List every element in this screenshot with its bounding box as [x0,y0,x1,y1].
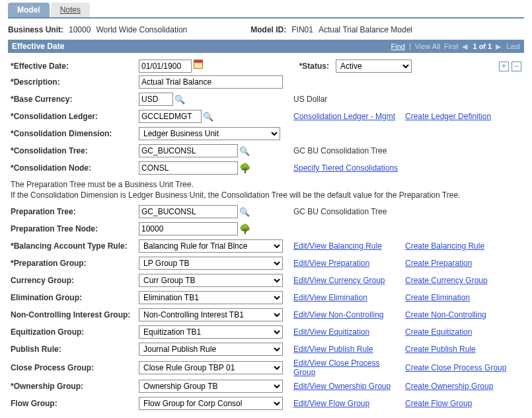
edit-close-process-link[interactable]: Edit/View Close Process Group [293,358,380,377]
edit-ownership-group-link[interactable]: Edit/View Ownership Group [293,382,391,391]
edit-elimination-link[interactable]: Edit/View Elimination [293,293,367,302]
model-id-value: FIN01 [291,25,313,34]
tab-strip: Model Notes [8,3,524,19]
prev-icon[interactable]: ◀ [462,43,469,50]
nci-group-label: Non-Controlling Interest Group: [11,310,136,319]
effective-date-label: *Effective Date: [11,62,136,71]
effective-date-input[interactable] [139,60,192,73]
create-nci-link[interactable]: Create Non-Controlling [405,310,486,319]
create-equitization-link[interactable]: Create Equitization [405,327,472,337]
ownership-group-select[interactable]: Ownership Group TB [139,380,283,393]
publish-rule-label: Publish Rule: [11,345,136,354]
balancing-rule-select[interactable]: Balancing Rule for Trial Blnce [139,239,283,253]
preparation-tree-desc: GC BU Consolidation Tree [293,207,402,216]
preparation-tree-input[interactable] [139,205,238,218]
model-desc: Actual Trial Balance Model [319,25,412,34]
create-preparation-link[interactable]: Create Preparation [405,259,472,268]
calendar-icon[interactable] [194,60,203,69]
last-link: Last [506,42,520,50]
close-process-group-select[interactable]: Close Rule Group TBP 01 [139,361,283,374]
lookup-icon[interactable]: 🔍 [174,95,185,104]
lookup-icon[interactable]: 🔍 [239,146,250,156]
edit-equitization-link[interactable]: Edit/View Equitization [293,327,369,337]
consolidation-ledger-label: *Consolidation Ledger: [11,112,136,121]
create-ledger-link[interactable]: Create Ledger Definition [405,112,491,121]
create-ownership-group-link[interactable]: Create Ownership Group [405,382,493,391]
nci-group-select[interactable]: Non-Controlling Interest TB1 [139,308,283,321]
next-icon[interactable]: ▶ [496,43,502,50]
equitization-group-label: Equitization Group: [11,327,136,337]
preparation-group-label: *Preparation Group: [11,259,136,268]
find-link[interactable]: Find [391,42,404,50]
header-row: Business Unit: 10000 World Wide Consolid… [8,25,524,34]
description-input[interactable] [139,75,283,89]
base-currency-input[interactable] [139,93,173,106]
flow-group-label: Flow Group: [11,399,136,408]
preparation-group-select[interactable]: LP Group TB [139,257,283,270]
description-label: *Description: [11,77,136,87]
first-link: First [444,42,458,50]
create-publish-rule-link[interactable]: Create Publish Rule [405,345,476,354]
tab-model[interactable]: Model [8,3,50,17]
edit-nci-link[interactable]: Edit/View Non-Controlling [293,310,384,319]
tree-icon[interactable]: 🌳 [239,163,250,173]
edit-preparation-link[interactable]: Edit/View Preparation [293,259,369,268]
lookup-icon[interactable]: 🔍 [239,207,250,217]
elimination-group-label: Elimination Group: [11,293,136,302]
base-currency-label: *Base Currency: [11,95,136,104]
preparation-tree-node-input[interactable] [139,222,238,235]
section-title: Effective Date [12,42,64,51]
tab-notes[interactable]: Notes [51,3,90,17]
edit-flow-group-link[interactable]: Edit/View Flow Group [293,399,369,408]
lookup-icon[interactable]: 🔍 [203,112,213,122]
section-header: Effective Date Find | View All First ◀ 1… [8,40,524,53]
create-close-process-link[interactable]: Create Close Process Group [405,363,506,372]
tiered-consolidations-link[interactable]: Specify Tiered Consolidations [293,163,398,173]
consolidation-ledger-link[interactable]: Consolidation Ledger - Mgmt [293,112,395,121]
create-currency-group-link[interactable]: Create Currency Group [405,276,488,285]
consolidation-tree-desc: GC BU Consolidation Tree [293,146,402,155]
tree-icon[interactable]: 🌳 [239,224,250,234]
view-all: View All [415,42,440,50]
equitization-group-select[interactable]: Equitization TB1 [139,325,283,339]
base-currency-desc: US Dollar [293,95,402,104]
balancing-rule-label: *Balancing Account Type Rule: [11,241,136,251]
consolidation-ledger-input[interactable] [139,110,202,123]
consolidation-dimension-label: *Consolidation Dimension: [11,129,136,138]
consolidation-tree-input[interactable] [139,144,238,157]
publish-rule-select[interactable]: Journal Publish Rule [139,343,283,356]
currency-group-select[interactable]: Curr Group TB [139,274,283,287]
model-id-label: Model ID: [250,25,286,34]
consolidation-tree-label: *Consolidation Tree: [11,146,136,155]
consolidation-node-label: *Consolidation Node: [11,163,136,173]
note-line-2: If the Consolidation Dimension is Ledger… [11,190,521,200]
note-line-1: The Preparation Tree must be a Business … [11,180,521,189]
business-unit-desc: World Wide Consolidation [96,25,187,34]
create-flow-group-link[interactable]: Create Flow Group [405,399,472,408]
create-balancing-rule-link[interactable]: Create Balancing Rule [405,241,484,251]
status-select[interactable]: Active [336,60,412,73]
preparation-tree-node-label: Preparation Tree Node: [11,224,136,233]
flow-group-select[interactable]: Flow Group for Corp Consol [139,397,283,410]
currency-group-label: Currency Group: [11,276,136,285]
status-label: *Status: [284,62,333,71]
business-unit-value: 10000 [69,25,91,34]
preparation-tree-label: Preparation Tree: [11,207,136,216]
pager-text: 1 of 1 [473,42,492,50]
elimination-group-select[interactable]: Elimination TB1 [139,291,283,304]
edit-currency-group-link[interactable]: Edit/View Currency Group [293,276,385,285]
consolidation-dimension-select[interactable]: Ledger Business Unit [139,127,280,140]
consolidation-node-input[interactable] [139,161,238,175]
business-unit-label: Business Unit: [8,25,63,34]
delete-row-button[interactable]: − [512,62,521,71]
add-row-button[interactable]: + [499,62,509,71]
create-elimination-link[interactable]: Create Elimination [405,293,470,302]
close-process-group-label: Close Process Group: [11,363,136,372]
edit-publish-rule-link[interactable]: Edit/View Publish Rule [293,345,373,354]
edit-balancing-rule-link[interactable]: Edit/View Balancing Rule [293,241,382,251]
ownership-group-label: *Ownership Group: [11,382,136,391]
